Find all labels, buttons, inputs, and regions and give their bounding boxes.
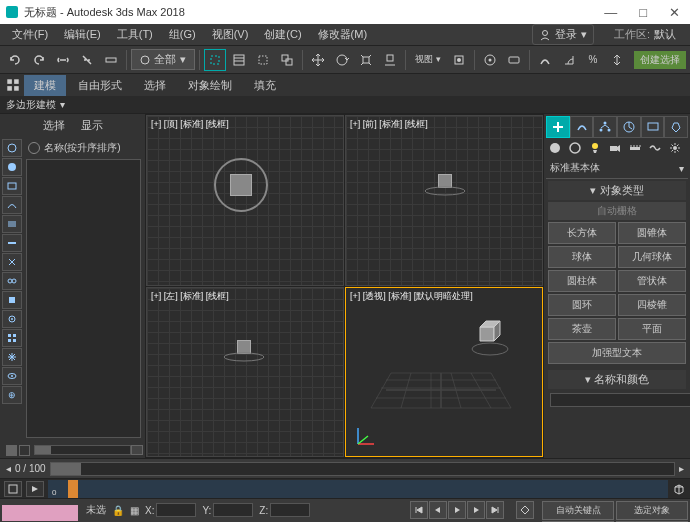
scrub-right-button[interactable]: ▸	[679, 463, 684, 474]
filter-groups-icon[interactable]	[2, 272, 22, 290]
display-tab-button[interactable]	[641, 116, 665, 138]
filter-xrefs-icon[interactable]	[2, 291, 22, 309]
timeline-current-frame-marker[interactable]	[68, 480, 78, 498]
workspace-selector[interactable]: 默认	[654, 27, 676, 42]
cylinder-button[interactable]: 圆柱体	[548, 270, 616, 292]
select-by-name-button[interactable]	[228, 49, 250, 71]
helpers-category-button[interactable]	[626, 140, 644, 156]
move-button[interactable]	[307, 49, 329, 71]
filter-all-icon[interactable]	[2, 139, 22, 157]
z-coordinate-input[interactable]	[270, 503, 310, 517]
sphere-button[interactable]: 球体	[548, 246, 616, 268]
filter-helpers-icon[interactable]	[2, 234, 22, 252]
systems-category-button[interactable]	[666, 140, 684, 156]
tube-button[interactable]: 管状体	[618, 270, 686, 292]
redo-button[interactable]	[28, 49, 50, 71]
select-region-button[interactable]	[252, 49, 274, 71]
cone-button[interactable]: 圆锥体	[618, 222, 686, 244]
scrub-left-button[interactable]: ◂	[6, 463, 11, 474]
filter-shapes-icon[interactable]	[2, 177, 22, 195]
filter-geometry-icon[interactable]	[2, 158, 22, 176]
primitive-dropdown[interactable]: 标准基本体 ▾	[546, 158, 688, 179]
timeline-play-button[interactable]	[26, 481, 44, 497]
unlink-button[interactable]	[76, 49, 98, 71]
ribbon-menu-icon[interactable]	[4, 76, 22, 94]
undo-button[interactable]	[4, 49, 26, 71]
menu-create[interactable]: 创建(C)	[256, 25, 309, 44]
viewport-front-label[interactable]: [+] [前] [标准] [线框]	[350, 118, 428, 131]
snap-toggle-button[interactable]	[534, 49, 556, 71]
modify-tab-button[interactable]	[570, 116, 594, 138]
filter-bone-icon[interactable]	[2, 310, 22, 328]
box-button[interactable]: 长方体	[548, 222, 616, 244]
x-coordinate-input[interactable]	[156, 503, 196, 517]
scene-explorer-scrollbar[interactable]	[34, 445, 131, 455]
bind-button[interactable]	[100, 49, 122, 71]
next-frame-button[interactable]	[467, 501, 485, 519]
auto-grid-checkbox[interactable]: 自动栅格	[548, 202, 686, 220]
torus-button[interactable]: 圆环	[548, 294, 616, 316]
window-close-button[interactable]: ✕	[665, 5, 684, 20]
plane-button[interactable]: 平面	[618, 318, 686, 340]
object-name-input[interactable]	[550, 393, 690, 407]
create-selection-set-button[interactable]: 创建选择	[634, 51, 686, 69]
scene-explorer-tab-select[interactable]: 选择	[43, 118, 65, 133]
angle-snap-button[interactable]	[558, 49, 580, 71]
motion-tab-button[interactable]	[617, 116, 641, 138]
y-coordinate-input[interactable]	[213, 503, 253, 517]
menu-tool[interactable]: 工具(T)	[109, 25, 161, 44]
ribbon-tab-objpaint[interactable]: 对象绘制	[178, 75, 242, 96]
utilities-tab-button[interactable]	[664, 116, 688, 138]
login-button[interactable]: 登录 ▾	[532, 24, 594, 45]
viewport-left[interactable]: [+] [左] [标准] [线框]	[146, 287, 344, 458]
scale-button[interactable]	[355, 49, 377, 71]
viewport-top-label[interactable]: [+] [顶] [标准] [线框]	[151, 118, 229, 131]
ribbon-tab-select[interactable]: 选择	[134, 75, 176, 96]
filter-spacewarps-icon[interactable]	[2, 253, 22, 271]
select-object-button[interactable]	[204, 49, 226, 71]
chevron-down-icon[interactable]: ▾	[60, 99, 65, 110]
viewport-perspective-label[interactable]: [+] [透视] [标准] [默认明暗处理]	[350, 290, 473, 303]
timeline-track[interactable]: 0	[48, 480, 668, 498]
viewport-perspective[interactable]: [+] [透视] [标准] [默认明暗处理]	[345, 287, 543, 458]
textplus-button[interactable]: 加强型文本	[548, 342, 686, 364]
layout-option-button[interactable]	[19, 445, 30, 456]
hierarchy-tab-button[interactable]	[593, 116, 617, 138]
name-column-header[interactable]: 名称(按升序排序)	[44, 141, 121, 155]
cameras-category-button[interactable]	[606, 140, 624, 156]
time-slider-track[interactable]	[50, 462, 675, 476]
ref-coord-button[interactable]: 视图 ▾	[410, 49, 446, 71]
prev-frame-button[interactable]	[429, 501, 447, 519]
isolate-icon[interactable]: ▦	[130, 505, 139, 516]
window-minimize-button[interactable]: —	[600, 5, 621, 20]
viewport-front[interactable]: [+] [前] [标准] [线框]	[345, 115, 543, 286]
play-button[interactable]	[448, 501, 466, 519]
filter-containers-icon[interactable]	[2, 329, 22, 347]
spinner-snap-button[interactable]	[606, 49, 628, 71]
percent-snap-button[interactable]: %	[582, 49, 604, 71]
menu-view[interactable]: 视图(V)	[204, 25, 257, 44]
shapes-category-button[interactable]	[566, 140, 584, 156]
ribbon-tab-fill[interactable]: 填充	[244, 75, 286, 96]
ribbon-tab-freeform[interactable]: 自由形式	[68, 75, 132, 96]
place-button[interactable]	[379, 49, 401, 71]
create-tab-button[interactable]	[546, 116, 570, 138]
menu-edit[interactable]: 编辑(E)	[56, 25, 109, 44]
scrollbar-thumb[interactable]	[35, 446, 51, 454]
filter-lights-icon[interactable]	[2, 196, 22, 214]
window-maximize-button[interactable]: □	[635, 5, 651, 20]
geosphere-button[interactable]: 几何球体	[618, 246, 686, 268]
rotate-button[interactable]	[331, 49, 353, 71]
lock-selection-icon[interactable]: 🔒	[112, 505, 124, 516]
viewcube-toggle-button[interactable]	[672, 482, 686, 496]
menu-modifier[interactable]: 修改器(M)	[310, 25, 376, 44]
scene-explorer-tab-display[interactable]: 显示	[81, 118, 103, 133]
selection-filter[interactable]: 全部 ▾	[131, 49, 195, 70]
filter-hidden-icon[interactable]	[2, 367, 22, 385]
object-type-rollout-header[interactable]: ▾ 对象类型	[548, 181, 686, 200]
spacewarps-category-button[interactable]	[646, 140, 664, 156]
menu-group[interactable]: 组(G)	[161, 25, 204, 44]
layout-option-button[interactable]	[6, 445, 17, 456]
keyboard-shortcut-button[interactable]	[503, 49, 525, 71]
pyramid-button[interactable]: 四棱锥	[618, 294, 686, 316]
